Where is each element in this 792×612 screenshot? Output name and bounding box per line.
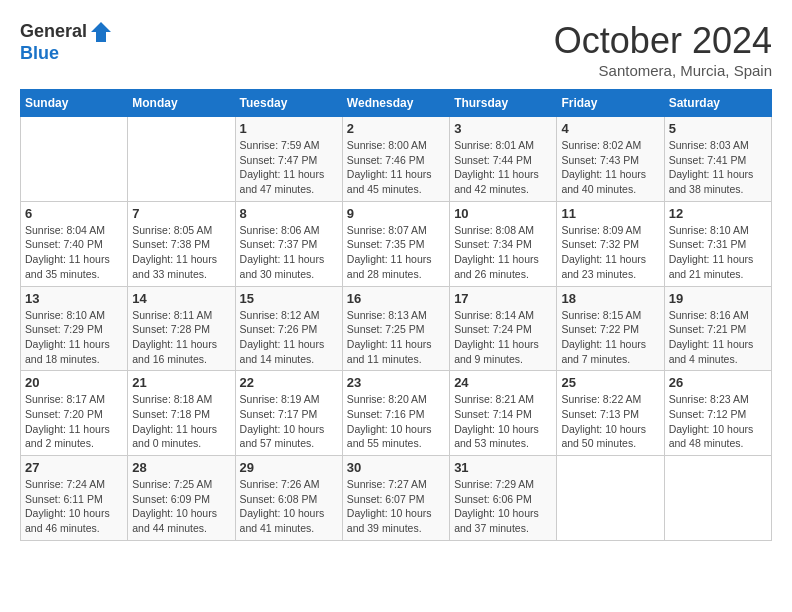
day-number: 5	[669, 121, 767, 136]
calendar-cell: 22Sunrise: 8:19 AM Sunset: 7:17 PM Dayli…	[235, 371, 342, 456]
calendar-cell: 17Sunrise: 8:14 AM Sunset: 7:24 PM Dayli…	[450, 286, 557, 371]
day-header-saturday: Saturday	[664, 90, 771, 117]
day-number: 11	[561, 206, 659, 221]
calendar-cell: 18Sunrise: 8:15 AM Sunset: 7:22 PM Dayli…	[557, 286, 664, 371]
day-header-tuesday: Tuesday	[235, 90, 342, 117]
calendar-cell: 3Sunrise: 8:01 AM Sunset: 7:44 PM Daylig…	[450, 117, 557, 202]
day-info: Sunrise: 8:11 AM Sunset: 7:28 PM Dayligh…	[132, 308, 230, 367]
day-info: Sunrise: 8:16 AM Sunset: 7:21 PM Dayligh…	[669, 308, 767, 367]
day-info: Sunrise: 8:18 AM Sunset: 7:18 PM Dayligh…	[132, 392, 230, 451]
day-info: Sunrise: 7:26 AM Sunset: 6:08 PM Dayligh…	[240, 477, 338, 536]
calendar-cell: 30Sunrise: 7:27 AM Sunset: 6:07 PM Dayli…	[342, 456, 449, 541]
calendar-cell	[664, 456, 771, 541]
calendar-cell: 8Sunrise: 8:06 AM Sunset: 7:37 PM Daylig…	[235, 201, 342, 286]
day-info: Sunrise: 8:02 AM Sunset: 7:43 PM Dayligh…	[561, 138, 659, 197]
day-header-friday: Friday	[557, 90, 664, 117]
days-header-row: SundayMondayTuesdayWednesdayThursdayFrid…	[21, 90, 772, 117]
logo-general-text: General	[20, 22, 87, 42]
day-number: 16	[347, 291, 445, 306]
day-number: 13	[25, 291, 123, 306]
day-info: Sunrise: 8:14 AM Sunset: 7:24 PM Dayligh…	[454, 308, 552, 367]
day-info: Sunrise: 8:03 AM Sunset: 7:41 PM Dayligh…	[669, 138, 767, 197]
day-number: 22	[240, 375, 338, 390]
calendar-cell: 2Sunrise: 8:00 AM Sunset: 7:46 PM Daylig…	[342, 117, 449, 202]
day-info: Sunrise: 7:24 AM Sunset: 6:11 PM Dayligh…	[25, 477, 123, 536]
calendar-cell: 9Sunrise: 8:07 AM Sunset: 7:35 PM Daylig…	[342, 201, 449, 286]
page-header: General Blue October 2024 Santomera, Mur…	[20, 20, 772, 79]
day-number: 31	[454, 460, 552, 475]
day-info: Sunrise: 8:17 AM Sunset: 7:20 PM Dayligh…	[25, 392, 123, 451]
title-block: October 2024 Santomera, Murcia, Spain	[554, 20, 772, 79]
day-info: Sunrise: 8:10 AM Sunset: 7:29 PM Dayligh…	[25, 308, 123, 367]
day-number: 2	[347, 121, 445, 136]
day-info: Sunrise: 7:25 AM Sunset: 6:09 PM Dayligh…	[132, 477, 230, 536]
day-number: 30	[347, 460, 445, 475]
day-info: Sunrise: 8:12 AM Sunset: 7:26 PM Dayligh…	[240, 308, 338, 367]
day-number: 27	[25, 460, 123, 475]
day-info: Sunrise: 8:08 AM Sunset: 7:34 PM Dayligh…	[454, 223, 552, 282]
day-number: 29	[240, 460, 338, 475]
day-number: 6	[25, 206, 123, 221]
calendar-cell: 4Sunrise: 8:02 AM Sunset: 7:43 PM Daylig…	[557, 117, 664, 202]
calendar-cell: 27Sunrise: 7:24 AM Sunset: 6:11 PM Dayli…	[21, 456, 128, 541]
day-info: Sunrise: 8:23 AM Sunset: 7:12 PM Dayligh…	[669, 392, 767, 451]
calendar-cell: 7Sunrise: 8:05 AM Sunset: 7:38 PM Daylig…	[128, 201, 235, 286]
day-number: 1	[240, 121, 338, 136]
day-header-sunday: Sunday	[21, 90, 128, 117]
day-info: Sunrise: 8:01 AM Sunset: 7:44 PM Dayligh…	[454, 138, 552, 197]
calendar-body: 1Sunrise: 7:59 AM Sunset: 7:47 PM Daylig…	[21, 117, 772, 541]
day-info: Sunrise: 8:15 AM Sunset: 7:22 PM Dayligh…	[561, 308, 659, 367]
calendar-cell	[128, 117, 235, 202]
day-info: Sunrise: 7:29 AM Sunset: 6:06 PM Dayligh…	[454, 477, 552, 536]
day-number: 19	[669, 291, 767, 306]
calendar-cell: 13Sunrise: 8:10 AM Sunset: 7:29 PM Dayli…	[21, 286, 128, 371]
calendar-cell: 31Sunrise: 7:29 AM Sunset: 6:06 PM Dayli…	[450, 456, 557, 541]
calendar-cell: 21Sunrise: 8:18 AM Sunset: 7:18 PM Dayli…	[128, 371, 235, 456]
day-number: 25	[561, 375, 659, 390]
day-info: Sunrise: 8:07 AM Sunset: 7:35 PM Dayligh…	[347, 223, 445, 282]
day-info: Sunrise: 8:10 AM Sunset: 7:31 PM Dayligh…	[669, 223, 767, 282]
calendar-table: SundayMondayTuesdayWednesdayThursdayFrid…	[20, 89, 772, 541]
day-number: 8	[240, 206, 338, 221]
calendar-cell: 24Sunrise: 8:21 AM Sunset: 7:14 PM Dayli…	[450, 371, 557, 456]
calendar-cell: 6Sunrise: 8:04 AM Sunset: 7:40 PM Daylig…	[21, 201, 128, 286]
week-row-5: 27Sunrise: 7:24 AM Sunset: 6:11 PM Dayli…	[21, 456, 772, 541]
day-number: 9	[347, 206, 445, 221]
day-number: 15	[240, 291, 338, 306]
day-info: Sunrise: 7:27 AM Sunset: 6:07 PM Dayligh…	[347, 477, 445, 536]
day-info: Sunrise: 8:20 AM Sunset: 7:16 PM Dayligh…	[347, 392, 445, 451]
day-number: 20	[25, 375, 123, 390]
day-info: Sunrise: 8:13 AM Sunset: 7:25 PM Dayligh…	[347, 308, 445, 367]
day-info: Sunrise: 8:05 AM Sunset: 7:38 PM Dayligh…	[132, 223, 230, 282]
calendar-cell: 10Sunrise: 8:08 AM Sunset: 7:34 PM Dayli…	[450, 201, 557, 286]
day-number: 12	[669, 206, 767, 221]
week-row-1: 1Sunrise: 7:59 AM Sunset: 7:47 PM Daylig…	[21, 117, 772, 202]
day-header-wednesday: Wednesday	[342, 90, 449, 117]
logo: General Blue	[20, 20, 113, 64]
day-number: 26	[669, 375, 767, 390]
day-number: 21	[132, 375, 230, 390]
calendar-cell: 15Sunrise: 8:12 AM Sunset: 7:26 PM Dayli…	[235, 286, 342, 371]
calendar-cell: 5Sunrise: 8:03 AM Sunset: 7:41 PM Daylig…	[664, 117, 771, 202]
logo-icon	[89, 20, 113, 44]
week-row-4: 20Sunrise: 8:17 AM Sunset: 7:20 PM Dayli…	[21, 371, 772, 456]
day-number: 23	[347, 375, 445, 390]
logo-blue-text: Blue	[20, 44, 113, 64]
location-subtitle: Santomera, Murcia, Spain	[554, 62, 772, 79]
calendar-cell: 1Sunrise: 7:59 AM Sunset: 7:47 PM Daylig…	[235, 117, 342, 202]
calendar-cell: 12Sunrise: 8:10 AM Sunset: 7:31 PM Dayli…	[664, 201, 771, 286]
day-info: Sunrise: 8:04 AM Sunset: 7:40 PM Dayligh…	[25, 223, 123, 282]
day-info: Sunrise: 8:19 AM Sunset: 7:17 PM Dayligh…	[240, 392, 338, 451]
day-info: Sunrise: 8:21 AM Sunset: 7:14 PM Dayligh…	[454, 392, 552, 451]
day-number: 17	[454, 291, 552, 306]
day-info: Sunrise: 8:00 AM Sunset: 7:46 PM Dayligh…	[347, 138, 445, 197]
calendar-cell	[21, 117, 128, 202]
calendar-cell: 26Sunrise: 8:23 AM Sunset: 7:12 PM Dayli…	[664, 371, 771, 456]
day-number: 3	[454, 121, 552, 136]
day-info: Sunrise: 8:09 AM Sunset: 7:32 PM Dayligh…	[561, 223, 659, 282]
day-info: Sunrise: 8:06 AM Sunset: 7:37 PM Dayligh…	[240, 223, 338, 282]
calendar-cell: 25Sunrise: 8:22 AM Sunset: 7:13 PM Dayli…	[557, 371, 664, 456]
calendar-cell: 29Sunrise: 7:26 AM Sunset: 6:08 PM Dayli…	[235, 456, 342, 541]
day-info: Sunrise: 8:22 AM Sunset: 7:13 PM Dayligh…	[561, 392, 659, 451]
day-number: 7	[132, 206, 230, 221]
